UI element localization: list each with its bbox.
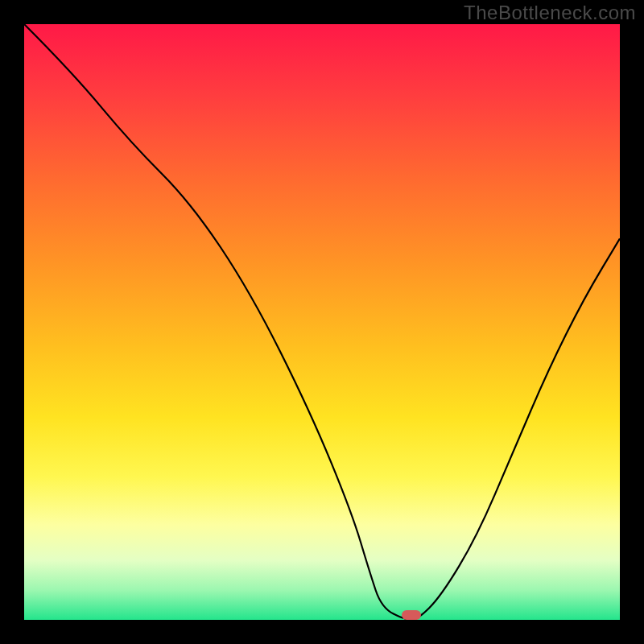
chart-plot-area [24,24,620,620]
chart-marker [402,610,421,620]
bottleneck-curve [24,24,620,620]
watermark-text: TheBottleneck.com [464,2,636,24]
